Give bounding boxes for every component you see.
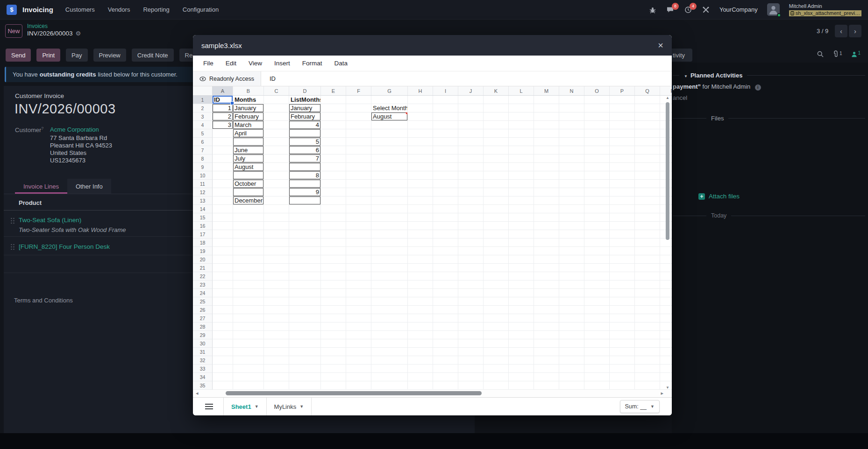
cell-E17[interactable]: [321, 230, 346, 239]
scroll-left-icon[interactable]: ◂: [196, 390, 199, 396]
cell-A24[interactable]: [213, 289, 233, 297]
cell-C2[interactable]: [264, 104, 289, 112]
row-header-14[interactable]: 14: [193, 205, 213, 213]
cell-I28[interactable]: [433, 323, 458, 331]
cell-H26[interactable]: [408, 306, 433, 314]
cell-M27[interactable]: [534, 314, 559, 323]
cell-P7[interactable]: [610, 146, 635, 154]
cell-I18[interactable]: [433, 239, 458, 247]
cell-M18[interactable]: [534, 239, 559, 247]
cell-F30[interactable]: [346, 339, 371, 348]
cell-L7[interactable]: [509, 146, 534, 154]
cell-G5[interactable]: [371, 129, 408, 138]
cell-B22[interactable]: [233, 272, 264, 281]
cell-J29[interactable]: [458, 331, 484, 339]
cell-F9[interactable]: [346, 163, 371, 171]
cell-A17[interactable]: [213, 230, 233, 239]
cell-B28[interactable]: [233, 323, 264, 331]
cell-N16[interactable]: [559, 222, 584, 230]
cell-J20[interactable]: [458, 255, 484, 264]
cell-L8[interactable]: [509, 154, 534, 163]
row-header-21[interactable]: 21: [193, 264, 213, 272]
cell-K10[interactable]: [484, 171, 509, 180]
cell-Q10[interactable]: [635, 171, 660, 180]
cell-P6[interactable]: [610, 138, 635, 146]
cell-H2[interactable]: [408, 104, 433, 112]
followers-person-icon[interactable]: 1: [851, 50, 861, 59]
cell-N5[interactable]: [559, 129, 584, 138]
menu-edit[interactable]: Edit: [226, 60, 236, 67]
cell-L33[interactable]: [509, 365, 534, 373]
cell-L16[interactable]: [509, 222, 534, 230]
row-header-3[interactable]: 3: [193, 112, 213, 121]
cell-G4[interactable]: [371, 121, 408, 129]
cell-P34[interactable]: [610, 373, 635, 381]
cell-H27[interactable]: [408, 314, 433, 323]
nav-item-configuration[interactable]: Configuration: [183, 6, 219, 13]
cell-K4[interactable]: [484, 121, 509, 129]
cell-G25[interactable]: [371, 297, 408, 306]
cell-E24[interactable]: [321, 289, 346, 297]
column-header-E[interactable]: E: [321, 86, 346, 95]
new-button[interactable]: New: [5, 24, 22, 38]
cell-N9[interactable]: [559, 163, 584, 171]
cell-I23[interactable]: [433, 281, 458, 289]
cell-B11[interactable]: October: [233, 180, 264, 188]
cell-N8[interactable]: [559, 154, 584, 163]
cell-K35[interactable]: [484, 381, 509, 390]
cell-A22[interactable]: [213, 272, 233, 281]
cell-O18[interactable]: [584, 239, 610, 247]
cell-A20[interactable]: [213, 255, 233, 264]
cell-O26[interactable]: [584, 306, 610, 314]
cell-L4[interactable]: [509, 121, 534, 129]
cell-Q7[interactable]: [635, 146, 660, 154]
cell-D26[interactable]: [289, 306, 321, 314]
cell-B24[interactable]: [233, 289, 264, 297]
cell-Q19[interactable]: [635, 247, 660, 255]
cell-G1[interactable]: [371, 96, 408, 104]
cell-P18[interactable]: [610, 239, 635, 247]
cell-M35[interactable]: [534, 381, 559, 390]
menu-data[interactable]: Data: [334, 60, 348, 67]
cell-J12[interactable]: [458, 188, 484, 196]
cell-Q32[interactable]: [635, 356, 660, 365]
horizontal-scroll-thumb[interactable]: [226, 391, 482, 395]
cell-M33[interactable]: [534, 365, 559, 373]
cell-C30[interactable]: [264, 339, 289, 348]
cell-N30[interactable]: [559, 339, 584, 348]
cell-J5[interactable]: [458, 129, 484, 138]
cell-F12[interactable]: [346, 188, 371, 196]
cell-J13[interactable]: [458, 196, 484, 205]
cell-L21[interactable]: [509, 264, 534, 272]
cell-L14[interactable]: [509, 205, 534, 213]
cell-D7[interactable]: 6: [289, 146, 321, 154]
cell-L12[interactable]: [509, 188, 534, 196]
cell-K28[interactable]: [484, 323, 509, 331]
cell-A30[interactable]: [213, 339, 233, 348]
cell-N33[interactable]: [559, 365, 584, 373]
cell-Q14[interactable]: [635, 205, 660, 213]
drag-handle-icon[interactable]: [10, 217, 15, 224]
cell-F4[interactable]: [346, 121, 371, 129]
cell-D5[interactable]: [289, 129, 321, 138]
cell-I19[interactable]: [433, 247, 458, 255]
column-header-D[interactable]: D: [289, 86, 321, 95]
column-header-F[interactable]: F: [346, 86, 371, 95]
cell-E10[interactable]: [321, 171, 346, 180]
cell-L25[interactable]: [509, 297, 534, 306]
cell-L2[interactable]: [509, 104, 534, 112]
cell-B9[interactable]: August: [233, 163, 264, 171]
cell-I26[interactable]: [433, 306, 458, 314]
cell-D4[interactable]: 4: [289, 121, 321, 129]
cell-K21[interactable]: [484, 264, 509, 272]
cell-E4[interactable]: [321, 121, 346, 129]
cell-I30[interactable]: [433, 339, 458, 348]
cell-Q15[interactable]: [635, 213, 660, 222]
send-button[interactable]: Send: [6, 49, 31, 62]
cell-N17[interactable]: [559, 230, 584, 239]
cell-O12[interactable]: [584, 188, 610, 196]
cell-J14[interactable]: [458, 205, 484, 213]
print-button[interactable]: Print: [36, 49, 60, 62]
cell-P5[interactable]: [610, 129, 635, 138]
cell-B33[interactable]: [233, 365, 264, 373]
